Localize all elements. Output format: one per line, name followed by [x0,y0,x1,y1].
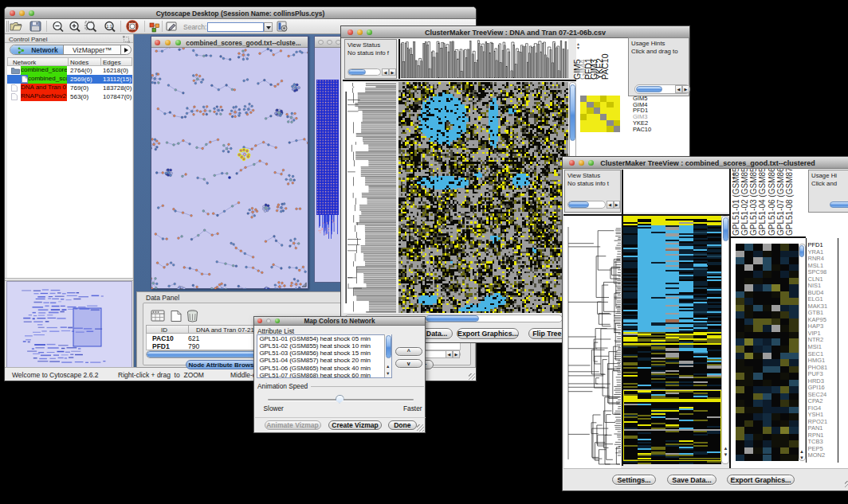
svg-text:1:1: 1:1 [106,24,112,29]
